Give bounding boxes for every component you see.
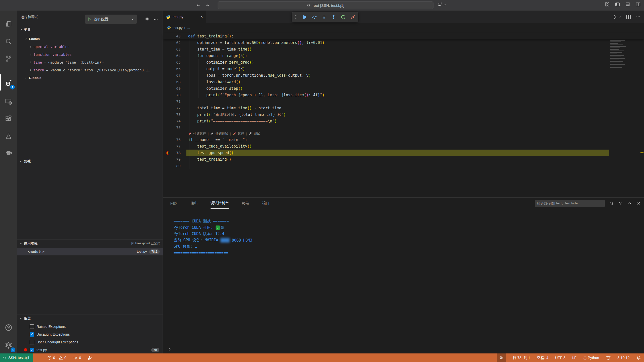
code-line-71[interactable]: 71 (163, 98, 644, 105)
gutter-breakpoint-area[interactable] (163, 105, 172, 111)
cursor-position-status[interactable]: 行 78, 列 1 (513, 355, 530, 360)
settings-gear-icon[interactable]: 1 (0, 338, 17, 353)
code-line-70[interactable]: 70 print(f"Epoch {epoch + 1}, Loss: {los… (163, 92, 644, 98)
breakpoint-row[interactable]: ✓test.py78 (17, 346, 163, 354)
start-debug-icon[interactable] (88, 17, 92, 21)
remote-indicator[interactable]: SSH: test.bj1 (0, 353, 33, 362)
gutter-breakpoint-area[interactable] (163, 150, 172, 156)
eol-status[interactable]: LF (572, 356, 577, 360)
code-line-74[interactable]: 74 print("========================\n") (163, 118, 644, 124)
toggle-sidebar-right-icon[interactable] (636, 2, 640, 7)
language-mode-status[interactable]: { } Python (583, 356, 599, 360)
tab-test-py[interactable]: test.py × (163, 11, 206, 23)
code-line-69[interactable]: 69 optimizer.step() (163, 85, 644, 92)
explorer-icon[interactable] (0, 16, 17, 31)
filter-icon[interactable] (618, 201, 623, 206)
learn-icon[interactable] (0, 146, 17, 161)
breakpoints-section-header[interactable]: 断点 (17, 314, 163, 322)
breakpoint-row[interactable]: User Uncaught Exceptions (17, 338, 163, 346)
gutter-breakpoint-area[interactable] (163, 92, 172, 98)
debug-settings-gear-icon[interactable] (145, 17, 149, 21)
breakpoint-checkbox[interactable] (30, 340, 34, 344)
code-line-73[interactable]: 73 print(f"总训练时间: {total_time:.2f} 秒") (163, 111, 644, 118)
code-line-63[interactable]: 63 start_time = time.time() (163, 46, 644, 53)
variable-row-Locals[interactable]: Locals (17, 35, 163, 43)
account-icon[interactable] (0, 320, 17, 335)
gutter-breakpoint-area[interactable] (163, 98, 172, 105)
variable-row-time[interactable]: time = <module 'time' (built-in)> (17, 58, 163, 66)
gutter-breakpoint-area[interactable] (163, 46, 172, 53)
screencast-zoom-status[interactable] (497, 353, 506, 362)
gutter-breakpoint-area[interactable] (163, 39, 172, 46)
console-prompt-icon[interactable] (168, 347, 172, 351)
codelens-row[interactable]: 快速运行|快速调试|运行|调试 (163, 131, 644, 137)
breadcrumb[interactable]: test.py › ... (167, 23, 190, 32)
breakpoint-checkbox[interactable]: ✓ (30, 348, 34, 352)
debug-restart-button[interactable] (340, 14, 346, 20)
gutter-breakpoint-area[interactable] (163, 59, 172, 66)
code-line-68[interactable]: 68 loss.backward() (163, 79, 644, 85)
find-icon[interactable] (609, 201, 614, 206)
code-line-72[interactable]: 72 total_time = time.time() - start_time (163, 105, 644, 111)
nav-forward-icon[interactable] (204, 2, 211, 9)
toolbar-drag-handle[interactable] (295, 15, 298, 20)
panel-tab-问题[interactable]: 问题 (170, 198, 178, 209)
code-line-43[interactable]: 43def test_training(): (163, 33, 644, 39)
gutter-breakpoint-area[interactable] (163, 156, 172, 163)
nav-back-icon[interactable] (195, 2, 202, 9)
split-editor-icon[interactable] (626, 15, 631, 19)
problems-status[interactable]: 0 0 (47, 356, 66, 360)
more-actions-icon[interactable] (636, 15, 640, 19)
source-control-icon[interactable] (0, 51, 17, 66)
gutter-breakpoint-area[interactable] (163, 111, 172, 118)
breakpoint-row[interactable]: Raised Exceptions (17, 323, 163, 330)
debug-step-over-button[interactable] (312, 14, 317, 20)
codelens-运行[interactable]: 运行 (238, 132, 244, 136)
extensions-icon[interactable] (0, 111, 17, 126)
breakpoint-row[interactable]: ✓Uncaught Exceptions (17, 330, 163, 338)
debug-continue-button[interactable] (302, 14, 308, 20)
codelens-调试[interactable]: 调试 (254, 132, 260, 136)
code-line-62[interactable]: 62 optimizer = torch.optim.SGD(model.par… (163, 39, 644, 46)
debug-step-into-button[interactable] (321, 14, 327, 20)
code-line-67[interactable]: 67 loss = torch.nn.functional.mse_loss(o… (163, 72, 644, 79)
search-icon[interactable] (0, 34, 17, 49)
codelens-快速运行[interactable]: 快速运行 (193, 132, 206, 136)
variables-section-header[interactable]: 变量 (17, 26, 163, 34)
code-line-80[interactable]: 80 (163, 163, 644, 169)
variable-row-torch[interactable]: torch = <module 'torch' from '/usr/local… (17, 66, 163, 74)
variable-row-function-variables[interactable]: function variables (17, 51, 163, 58)
remote-explorer-icon[interactable] (0, 94, 17, 109)
tab-close-icon[interactable]: × (200, 15, 203, 19)
gutter-breakpoint-area[interactable] (163, 33, 172, 39)
code-line-64[interactable]: 64 for epoch in range(5): (163, 53, 644, 59)
copilot-menu[interactable] (438, 2, 446, 7)
run-python-file-button[interactable] (613, 15, 621, 19)
debugging-status-icon[interactable] (88, 355, 92, 360)
maximize-panel-icon[interactable] (627, 201, 632, 206)
gutter-breakpoint-area[interactable] (163, 66, 172, 72)
gutter-breakpoint-area[interactable] (163, 79, 172, 85)
gutter-breakpoint-area[interactable] (163, 118, 172, 124)
gutter-breakpoint-area[interactable] (163, 143, 172, 150)
code-line-77[interactable]: 77 test_cuda_availability() (163, 143, 644, 150)
debug-step-out-button[interactable] (331, 14, 336, 20)
breadcrumb-symbol[interactable]: ... (187, 26, 190, 30)
toggle-panel-icon[interactable] (625, 2, 630, 7)
codelens-快速调试[interactable]: 快速调试 (216, 132, 228, 136)
code-line-75[interactable]: 75 (163, 124, 644, 131)
code-line-66[interactable]: 66 output = model(X) (163, 66, 644, 72)
gutter-breakpoint-area[interactable] (163, 163, 172, 169)
variable-row-Globals[interactable]: Globals (17, 74, 163, 82)
sidebar-more-actions-icon[interactable] (154, 18, 158, 22)
debug-config-dropdown[interactable]: 没有配置 (85, 15, 137, 24)
variable-row-special-variables[interactable]: special variables (17, 43, 163, 51)
gutter-breakpoint-area[interactable] (163, 53, 172, 59)
python-version-status[interactable]: 3.10.12 (618, 356, 630, 360)
gutter-breakpoint-area[interactable] (163, 124, 172, 131)
toggle-sidebar-left-icon[interactable] (615, 2, 620, 7)
watch-section-header[interactable]: 监视 (17, 157, 163, 165)
breakpoint-checkbox[interactable] (30, 324, 34, 329)
notifications-bell-icon[interactable] (636, 355, 641, 360)
callstack-frame[interactable]: <module>test.py78:1 (17, 248, 163, 255)
